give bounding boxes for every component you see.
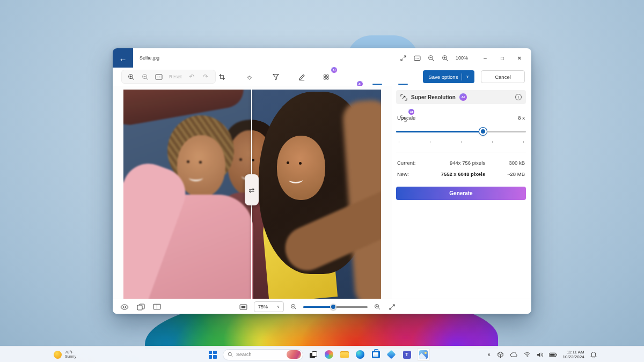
window-title: Selfie.jpg (140, 48, 159, 68)
weather-widget[interactable]: 78°F Sunny (54, 346, 76, 362)
crop-tool-button[interactable] (215, 70, 229, 84)
photos-app-window: ← Selfie.jpg 100% – □ ✕ (113, 48, 531, 314)
slideshow-button[interactable] (411, 51, 425, 65)
chevron-down-icon[interactable]: ∨ (466, 75, 469, 79)
upscale-value: 8 x (518, 115, 525, 121)
new-filesize: ~28 MB (493, 171, 525, 177)
undo-button[interactable]: ↶ (186, 71, 198, 83)
ai-badge: AI (331, 67, 338, 73)
fullscreen-button[interactable] (397, 51, 411, 65)
panel-divider (396, 152, 526, 152)
teams-icon: T (403, 351, 411, 359)
toolbar: Reset ↶ ↷ ☼ AI ▦ AI (113, 69, 531, 85)
photos-app-icon (419, 350, 428, 359)
redo-button[interactable]: ↷ (200, 71, 212, 83)
current-filesize: 300 kB (493, 160, 525, 166)
super-resolution-icon (400, 94, 407, 101)
photos-app-button-active[interactable] (417, 348, 430, 361)
start-button[interactable] (207, 349, 218, 360)
tray-chevron-up[interactable]: ∧ (487, 352, 491, 357)
wifi-icon[interactable] (524, 352, 531, 357)
view-tool-group: Reset ↶ ↷ (121, 70, 216, 84)
reset-button[interactable]: Reset (167, 74, 184, 79)
photo-right-woman-face (277, 136, 325, 200)
compare-slider-handle[interactable]: ⇄ (245, 174, 259, 205)
task-view-icon (310, 351, 317, 358)
sun-icon (54, 351, 62, 359)
search-input[interactable] (236, 352, 280, 357)
zoom-level-value[interactable]: 100% (456, 55, 468, 61)
back-icon: ← (119, 54, 127, 63)
tray-security-icon[interactable] (497, 351, 504, 358)
dev-app-button[interactable] (386, 349, 397, 360)
fit-to-window-button[interactable] (153, 71, 165, 83)
desktop: ← Selfie.jpg 100% – □ ✕ (0, 0, 644, 362)
canvas-zoom-in-button[interactable] (125, 71, 137, 83)
diamond-app-icon (387, 350, 396, 359)
battery-icon[interactable] (549, 352, 557, 357)
button-divider (462, 73, 462, 80)
expand-fullscreen-icon[interactable] (389, 304, 395, 310)
fit-screen-icon[interactable] (239, 304, 247, 310)
current-label: Current: (397, 160, 428, 166)
generate-button[interactable]: Generate (396, 187, 526, 200)
maximize-button[interactable]: □ (494, 50, 511, 66)
super-resolution-panel: Super Resolution AI i Upscale 8 x Curren… (392, 86, 531, 299)
taskbar: 78°F Sunny (0, 346, 644, 362)
photo-preview: ⇄ (123, 90, 381, 299)
zoom-percent-dropdown[interactable]: 75% ∨ (254, 301, 284, 312)
upscale-label: Upscale (397, 115, 415, 121)
taskbar-search-box[interactable] (223, 349, 303, 360)
side-by-side-view-button[interactable] (153, 304, 161, 310)
taskbar-clock[interactable]: 11:11 AM 10/22/2024 (563, 350, 584, 359)
panel-header: Super Resolution AI i (396, 90, 526, 104)
slider-thumb[interactable] (330, 304, 336, 310)
clock-date: 10/22/2024 (563, 354, 584, 359)
new-size-row: New: 7552 x 6048 pixels ~28 MB (396, 171, 526, 177)
upscale-slider[interactable] (396, 128, 526, 136)
edge-browser-button[interactable] (355, 349, 365, 360)
window-statusbar: 75% ∨ (113, 299, 531, 314)
onedrive-cloud-icon[interactable] (510, 352, 518, 357)
store-icon (372, 351, 380, 358)
zoom-out-small-button[interactable] (290, 304, 297, 310)
zoom-in-button[interactable] (438, 51, 452, 65)
file-explorer-button[interactable] (339, 349, 350, 360)
adjust-tool-button[interactable]: ☼ (243, 70, 257, 84)
task-view-button[interactable] (308, 349, 319, 360)
slider-fill (396, 131, 483, 132)
minimize-button[interactable]: – (477, 50, 494, 66)
markup-tool-button[interactable] (295, 70, 309, 84)
active-tool-indicator (398, 84, 408, 85)
slider-thumb[interactable] (479, 128, 487, 135)
new-label: New: (397, 171, 428, 177)
save-options-button[interactable]: Save options ∨ (423, 70, 474, 83)
teams-button[interactable]: T (401, 349, 412, 360)
titlebar: ← Selfie.jpg 100% – □ ✕ (113, 48, 531, 68)
show-original-eye-button[interactable] (120, 304, 129, 310)
info-icon[interactable]: i (515, 94, 522, 100)
compare-overlay-button[interactable] (137, 304, 145, 311)
back-button[interactable]: ← (113, 48, 133, 68)
chevron-down-icon: ∨ (277, 305, 280, 309)
volume-icon[interactable] (537, 352, 543, 358)
image-canvas: ⇄ (113, 86, 392, 299)
clock-time: 11:11 AM (567, 350, 584, 354)
panel-title: Super Resolution (411, 94, 456, 100)
copilot-button[interactable] (324, 349, 334, 360)
before-after-left-region (123, 90, 252, 299)
canvas-zoom-out-button[interactable] (139, 71, 151, 83)
cancel-button[interactable]: Cancel (481, 70, 525, 83)
notification-bell-icon[interactable] (590, 351, 597, 358)
slider-ticks (396, 141, 526, 144)
zoom-in-small-button[interactable] (374, 304, 380, 310)
zoom-out-button[interactable] (425, 51, 438, 65)
auto-enhance-tool-button[interactable]: AI (319, 70, 333, 84)
search-daily-image[interactable] (287, 350, 301, 359)
file-explorer-icon (340, 351, 349, 358)
close-button[interactable]: ✕ (511, 50, 528, 66)
canvas-zoom-slider[interactable] (303, 304, 368, 310)
microsoft-store-button[interactable] (370, 349, 381, 360)
filter-tool-button[interactable] (269, 70, 283, 84)
save-options-label: Save options (428, 74, 458, 80)
